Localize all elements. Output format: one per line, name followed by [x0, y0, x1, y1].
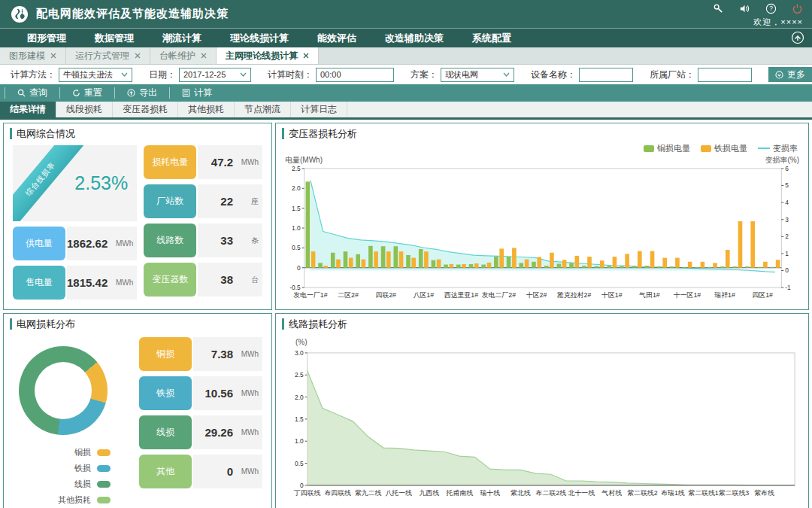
svg-text:瑞祥1#: 瑞祥1#	[714, 291, 735, 299]
close-icon[interactable]	[303, 53, 309, 59]
svg-text:5: 5	[785, 181, 789, 189]
panel-title: 电网综合情况	[10, 128, 271, 139]
subtab-calc-log[interactable]: 计算日志	[291, 102, 347, 117]
collapse-up-icon[interactable]	[791, 31, 804, 44]
circle-up-icon	[127, 89, 135, 97]
svg-text:十区1#: 十区1#	[601, 291, 623, 299]
svg-text:布四联线: 布四联线	[324, 489, 351, 497]
legend-copper-loss: 铜损电量	[644, 143, 690, 154]
metric-card-copper-loss: 铜损 7.38MWh	[139, 337, 262, 371]
query-button[interactable]: 查询	[5, 87, 59, 99]
svg-text:0: 0	[785, 266, 789, 274]
svg-text:丁四联线: 丁四联线	[294, 489, 321, 497]
calculator-icon	[182, 89, 190, 97]
y-axis-caption: (%)	[295, 338, 308, 346]
tab-main-grid-line-loss[interactable]: 主网理论线损计算	[217, 47, 319, 64]
metric-card-stations: 厂站数 22座	[144, 184, 262, 218]
power-icon[interactable]	[792, 3, 803, 14]
metric-card-iron-loss: 铁损 10.56MWh	[139, 376, 262, 410]
close-icon[interactable]	[50, 53, 56, 59]
subtab-segment-loss[interactable]: 线段损耗	[56, 102, 113, 117]
nav-item-graphic-mgmt[interactable]: 图形管理	[27, 32, 66, 45]
date-select[interactable]: 2017-12-25	[179, 68, 251, 82]
svg-text:紫二联线2: 紫二联线2	[627, 489, 658, 497]
subtab-result-detail[interactable]: 结果详情	[0, 102, 56, 117]
loss-donut-chart: 铜损 铁损 线损 其他损耗	[11, 337, 139, 488]
tab-run-mode-mgmt[interactable]: 运行方式管理	[66, 47, 150, 64]
metric-card-line-loss: 线损 29.26MWh	[139, 415, 262, 449]
svg-text:瑞十线: 瑞十线	[479, 489, 500, 497]
calc-time-input[interactable]	[316, 68, 394, 82]
svg-text:雅克拉村2#: 雅克拉村2#	[556, 291, 591, 299]
subtab-other-loss[interactable]: 其他损耗	[178, 102, 235, 117]
scheme-label: 方案：	[411, 68, 438, 81]
svg-text:气村线: 气村线	[601, 489, 623, 497]
nav-item-power-flow[interactable]: 潮流计算	[162, 32, 201, 45]
device-name-input[interactable]	[579, 68, 633, 82]
help-icon[interactable]: ?	[765, 3, 777, 14]
svg-text:九西线: 九西线	[419, 489, 439, 497]
close-icon[interactable]	[135, 53, 141, 59]
line-loss-chart: 3.02.52.01.51.00.50丁四联线布四联线紫九二线八托一线九西线托甫…	[282, 347, 802, 502]
nav-item-efficiency-eval[interactable]: 能效评估	[317, 32, 356, 45]
svg-text:紫布线: 紫布线	[754, 489, 774, 497]
export-button[interactable]: 导出	[115, 87, 169, 99]
panel-title: 线路损耗分析	[282, 318, 808, 330]
more-button[interactable]: 更多	[768, 67, 812, 82]
svg-text:?: ?	[769, 5, 773, 12]
app-logo-icon	[11, 5, 29, 23]
nav-item-data-mgmt[interactable]: 数据管理	[95, 32, 134, 45]
reset-button[interactable]: 重置	[60, 87, 114, 99]
subtab-transformer-loss[interactable]: 变压器损耗	[113, 102, 178, 117]
legend-item-iron: 铁损	[58, 463, 111, 474]
tools-icon[interactable]	[713, 3, 724, 14]
svg-text:2: 2	[785, 233, 789, 240]
legend-blob	[97, 449, 111, 456]
svg-text:2.5: 2.5	[295, 371, 304, 379]
donut-ring	[19, 346, 108, 435]
nav-item-line-loss-calc[interactable]: 理论线损计算	[230, 32, 289, 45]
chevron-down-icon	[503, 72, 510, 77]
subtab-node-flow[interactable]: 节点潮流	[235, 102, 291, 117]
calc-time-label: 计算时刻：	[268, 68, 313, 81]
sound-icon[interactable]	[739, 3, 750, 14]
svg-text:1: 1	[785, 250, 789, 257]
action-toolbar: 查询 重置 导出 计算	[0, 84, 812, 102]
svg-text:1.5: 1.5	[295, 415, 304, 423]
legend-item-line: 线损	[58, 479, 111, 490]
svg-text:八区1#: 八区1#	[414, 291, 435, 299]
svg-text:四区1#: 四区1#	[752, 291, 773, 299]
tab-graphic-modeling[interactable]: 图形建模	[0, 47, 66, 64]
scheme-select[interactable]: 现状电网	[441, 68, 514, 82]
svg-text:0: 0	[300, 482, 304, 489]
donut-legend: 铜损 铁损 线损 其他损耗	[58, 447, 111, 506]
station-input[interactable]	[698, 68, 752, 82]
calc-method-select[interactable]: 牛顿拉夫逊法	[59, 68, 132, 82]
svg-text:十一区1#: 十一区1#	[674, 291, 701, 299]
legend-iron-loss: 铁损电量	[701, 143, 747, 154]
station-label: 所属厂站：	[650, 68, 695, 81]
device-name-label: 设备名称：	[531, 68, 576, 81]
svg-text:北十一线: 北十一线	[568, 489, 595, 497]
close-icon[interactable]	[201, 53, 207, 59]
svg-text:紫二联线1: 紫二联线1	[688, 489, 719, 497]
document-tab-bar: 图形建模 运行方式管理 台帐维护 主网理论线损计算	[0, 47, 812, 65]
filter-toolbar: 计算方法： 牛顿拉夫逊法 日期： 2017-12-25 计算时刻： 方案： 现状…	[0, 65, 812, 84]
loss-distribution-panel: 电网损耗分布 铜损 铁损 线损 其他损耗 铜损 7.38MWh	[3, 313, 272, 508]
transformer-loss-chart: 2.52.01.51.00.50-0.56543210-1发电一厂1#二区2#四…	[282, 164, 802, 306]
svg-text:紫北线: 紫北线	[511, 489, 531, 497]
svg-text:发电二厂2#: 发电二厂2#	[482, 291, 516, 299]
legend-blob	[97, 497, 111, 503]
nav-item-system-config[interactable]: 系统配置	[472, 32, 511, 45]
svg-text:紫九二线: 紫九二线	[355, 489, 382, 497]
transformer-chart-legend: 铜损电量 铁损电量 变损率	[644, 143, 798, 154]
legend-swatch	[644, 145, 654, 152]
donut-hole	[35, 362, 92, 419]
metric-card-supply: 供电量 1862.62MWh	[13, 227, 137, 260]
nav-item-retrofit-decision[interactable]: 改造辅助决策	[385, 32, 444, 45]
line-loss-panel: 线路损耗分析 (%) 3.02.52.01.51.00.50丁四联线布四联线紫九…	[275, 313, 809, 508]
tab-ledger-maintenance[interactable]: 台帐维护	[150, 47, 217, 64]
svg-text:四联2#: 四联2#	[375, 291, 396, 299]
calculate-button[interactable]: 计算	[170, 87, 224, 99]
legend-blob	[97, 481, 111, 488]
